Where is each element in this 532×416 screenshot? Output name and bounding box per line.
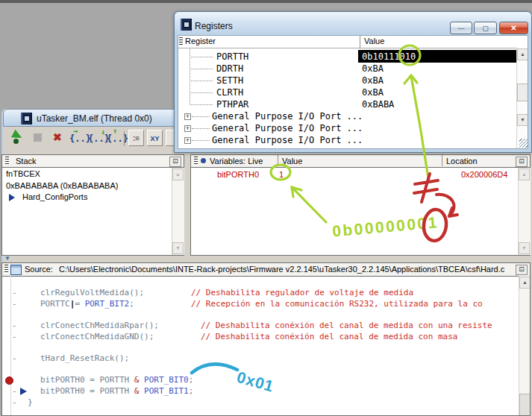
registers-header-grip-icon[interactable] [179, 37, 183, 46]
code-line-breakpoint[interactable]: bitPORTH0 = PORTTH & PORT_BIT0; [40, 375, 193, 385]
code-comment: // Deshabilita conéxión del canal de med… [201, 332, 457, 341]
scroll-down-icon[interactable]: ▼ [517, 114, 528, 126]
tree-line [192, 128, 210, 129]
code-line[interactable]: clrRegulVoltMedida(); [40, 288, 144, 297]
code-line-current[interactable]: bitPORTH0 = PORTTH & PORT_BIT1; [40, 386, 193, 396]
source-file-path: C:\Users\Electronic\Documents\INTE-Rack-… [59, 265, 514, 274]
code-line[interactable]: tHard_ResetRack(); [40, 353, 129, 363]
top-strip [0, 0, 532, 3]
variable-location[interactable]: 0x200006D4 [461, 170, 507, 179]
selected-register-value[interactable]: 0b10111010 [358, 50, 519, 63]
tree-line [190, 69, 213, 69]
register-name[interactable]: PTHPAR [216, 99, 248, 110]
registers-window: Registers — ▢ ✕ Register Value 0b1011101… [174, 11, 532, 153]
stop-icon[interactable] [34, 133, 42, 142]
debugger-window-icon [21, 113, 32, 125]
column-divider[interactable] [360, 36, 360, 48]
code-line[interactable]: PORTTC|= PORT_BIT2; [40, 299, 134, 309]
register-group-name[interactable]: General Purpose I/O Port ... [212, 111, 363, 122]
register-value[interactable]: 0xBA [362, 63, 384, 74]
code-text: tHard_ResetRack(); [40, 353, 129, 363]
variables-scrollbar[interactable]: ▲ ▼ [518, 168, 531, 255]
fold-marker[interactable]: - [12, 321, 17, 330]
registers-list: Register Value 0b10111010 PORTTH DDRTH 0… [178, 35, 528, 149]
register-column-label[interactable]: Register [185, 37, 216, 45]
value-column-label[interactable]: Value [364, 37, 384, 45]
column-divider[interactable] [442, 155, 442, 166]
scroll-down-icon[interactable]: ▼ [172, 242, 184, 254]
stack-float-button[interactable]: ⊡ [169, 157, 181, 167]
variable-value[interactable]: 1 [279, 170, 284, 179]
code-text: clrConectChMedidaRpar(); [40, 321, 159, 330]
source-float-button[interactable]: ⊡ [516, 265, 528, 275]
fold-marker[interactable]: - [12, 386, 17, 396]
stack-scrollbar[interactable]: ▲ ▼ [172, 168, 184, 255]
stack-frame[interactable]: fnTBCEX [6, 169, 40, 178]
abort-icon[interactable]: ✖ [53, 131, 62, 143]
code-text: ; [129, 299, 134, 309]
fold-marker[interactable]: - [12, 397, 17, 407]
source-panel-header[interactable]: Source: C:\Users\Electronic\Documents\IN… [2, 263, 530, 277]
close-button[interactable]: ✕ [499, 22, 528, 34]
register-value[interactable]: 0xBABA [362, 99, 394, 110]
tree-line [190, 104, 213, 105]
register-name[interactable]: SETTH [216, 75, 243, 86]
fold-marker[interactable]: - [12, 353, 17, 363]
xy-view-button[interactable]: XY [147, 130, 163, 146]
step-out-icon[interactable]: {..}↑ [107, 133, 128, 144]
source-scrollbar[interactable]: ▲ [519, 276, 531, 416]
register-name[interactable]: PORTTH [216, 51, 248, 62]
variables-float-button[interactable]: ⊡ [516, 157, 528, 167]
code-text: PORTTC [40, 299, 70, 309]
stack-panel-title: Stack [16, 157, 37, 166]
scroll-up-icon[interactable]: ▲ [517, 48, 528, 60]
dock-arrow-icon: ▼ [4, 255, 10, 262]
fold-marker[interactable]: - [12, 299, 17, 309]
code-line[interactable]: } [28, 397, 33, 407]
location-column-header[interactable]: Location [446, 157, 478, 166]
value-column-header[interactable]: Value [282, 157, 302, 166]
variables-grip-icon[interactable] [194, 157, 198, 165]
expand-icon[interactable]: + [184, 113, 191, 120]
scrollbar-thumb[interactable] [519, 394, 531, 416]
stack-frame[interactable]: 0xBABABABA (0xBABABABA) [6, 181, 118, 190]
scroll-down-icon[interactable]: ▼ [519, 242, 530, 254]
variables-panel-header[interactable]: Variables: Live Value Location ⊡ [191, 155, 530, 168]
register-name[interactable]: DDRTH [216, 63, 243, 74]
scroll-up-icon[interactable]: ▲ [519, 277, 531, 289]
register-group-name[interactable]: General Purpose I/O Port ... [212, 135, 363, 145]
register-value[interactable]: 0xBA [362, 75, 384, 86]
scrollbar-thumb[interactable] [517, 83, 528, 101]
variable-name[interactable]: bitPORTH0 [217, 170, 259, 179]
resize-grip-icon[interactable] [519, 139, 528, 148]
scroll-up-icon[interactable]: ▲ [519, 168, 530, 180]
tree-line [190, 57, 213, 57]
stack-frame-current[interactable]: Hard_ConfigPorts [22, 192, 87, 201]
variables-panel-title: Variables: Live [210, 157, 263, 166]
expand-icon[interactable]: + [184, 137, 191, 144]
expand-icon[interactable]: + [184, 125, 191, 132]
column-divider[interactable] [278, 155, 278, 166]
registers-column-header[interactable]: Register Value [178, 36, 528, 48]
registers-window-icon [181, 19, 192, 31]
register-group-name[interactable]: General Purpose I/O Port ... [212, 123, 363, 133]
fold-marker[interactable]: - [12, 332, 17, 341]
stack-grip-icon[interactable] [5, 157, 9, 165]
breakpoint-icon[interactable] [5, 376, 13, 385]
fold-marker[interactable]: - [12, 288, 17, 297]
restore-button[interactable]: ▢ [474, 22, 497, 34]
register-view-button[interactable]: :≡ [128, 130, 144, 146]
live-indicator-icon [201, 158, 206, 163]
registers-titlebar[interactable]: Registers — ▢ ✕ [175, 12, 531, 34]
register-name[interactable]: CLRTH [216, 87, 243, 98]
source-grip-icon[interactable] [4, 265, 8, 274]
code-line[interactable]: clrConectChMedidaGND(); [40, 332, 154, 341]
code-line[interactable]: clrConectChMedidaRpar(); [40, 321, 159, 330]
register-value[interactable]: 0xBA [362, 87, 384, 98]
step-out-braces: {..} [107, 133, 128, 144]
stack-panel-header[interactable]: Stack ⊡ [2, 155, 184, 168]
minimize-button[interactable]: — [450, 22, 472, 34]
registers-scrollbar[interactable]: ▲ ▼ [516, 48, 528, 149]
debugger-titlebar[interactable]: uTasker_BM.elf (Thread 0x0) [3, 109, 175, 127]
scroll-up-icon[interactable]: ▲ [172, 168, 184, 180]
